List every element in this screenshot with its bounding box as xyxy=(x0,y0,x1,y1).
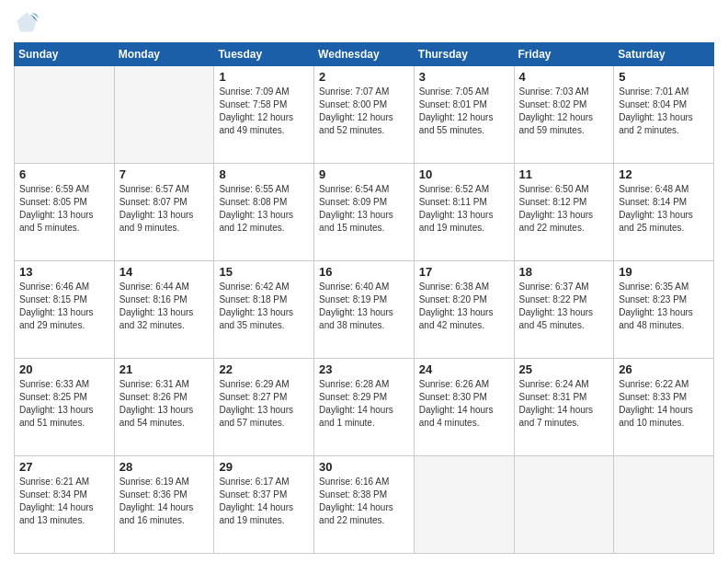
day-info: Sunrise: 7:03 AM Sunset: 8:02 PM Dayligh… xyxy=(519,86,609,137)
day-number: 25 xyxy=(519,362,609,376)
calendar-cell: 10Sunrise: 6:52 AM Sunset: 8:11 PM Dayli… xyxy=(414,164,514,261)
logo-icon xyxy=(14,9,40,35)
day-number: 9 xyxy=(319,167,409,181)
column-header-sunday: Sunday xyxy=(15,43,115,66)
day-number: 29 xyxy=(219,460,309,474)
day-number: 27 xyxy=(19,460,109,474)
day-info: Sunrise: 7:07 AM Sunset: 8:00 PM Dayligh… xyxy=(319,86,409,137)
calendar-cell xyxy=(15,66,115,164)
column-header-tuesday: Tuesday xyxy=(214,43,314,66)
day-info: Sunrise: 6:57 AM Sunset: 8:07 PM Dayligh… xyxy=(119,183,210,235)
calendar-cell: 1Sunrise: 7:09 AM Sunset: 7:58 PM Daylig… xyxy=(214,66,314,164)
calendar-cell: 27Sunrise: 6:21 AM Sunset: 8:34 PM Dayli… xyxy=(15,456,115,554)
calendar-week-5: 27Sunrise: 6:21 AM Sunset: 8:34 PM Dayli… xyxy=(15,456,714,554)
calendar-cell: 2Sunrise: 7:07 AM Sunset: 8:00 PM Daylig… xyxy=(314,66,415,164)
day-info: Sunrise: 6:26 AM Sunset: 8:30 PM Dayligh… xyxy=(419,378,509,430)
day-number: 19 xyxy=(619,265,709,279)
calendar-cell xyxy=(414,456,514,554)
day-info: Sunrise: 6:55 AM Sunset: 8:08 PM Dayligh… xyxy=(219,183,309,235)
day-number: 23 xyxy=(319,362,409,376)
day-info: Sunrise: 6:31 AM Sunset: 8:26 PM Dayligh… xyxy=(119,378,210,430)
calendar-cell: 4Sunrise: 7:03 AM Sunset: 8:02 PM Daylig… xyxy=(514,66,614,164)
calendar-cell: 29Sunrise: 6:17 AM Sunset: 8:37 PM Dayli… xyxy=(214,456,314,554)
day-info: Sunrise: 7:05 AM Sunset: 8:01 PM Dayligh… xyxy=(419,86,509,137)
column-header-friday: Friday xyxy=(514,43,614,66)
calendar-cell: 19Sunrise: 6:35 AM Sunset: 8:23 PM Dayli… xyxy=(614,261,714,359)
day-number: 11 xyxy=(519,167,609,181)
day-number: 14 xyxy=(119,265,210,279)
day-number: 16 xyxy=(319,265,409,279)
calendar-cell: 9Sunrise: 6:54 AM Sunset: 8:09 PM Daylig… xyxy=(314,164,415,261)
day-info: Sunrise: 7:09 AM Sunset: 7:58 PM Dayligh… xyxy=(219,86,309,137)
day-number: 6 xyxy=(19,167,109,181)
day-number: 24 xyxy=(419,362,509,376)
day-info: Sunrise: 6:19 AM Sunset: 8:36 PM Dayligh… xyxy=(119,476,210,527)
calendar-cell: 25Sunrise: 6:24 AM Sunset: 8:31 PM Dayli… xyxy=(514,359,614,456)
day-info: Sunrise: 6:29 AM Sunset: 8:27 PM Dayligh… xyxy=(219,378,309,430)
logo xyxy=(14,9,43,35)
column-headers: SundayMondayTuesdayWednesdayThursdayFrid… xyxy=(15,43,714,66)
day-info: Sunrise: 6:50 AM Sunset: 8:12 PM Dayligh… xyxy=(519,183,609,235)
day-number: 10 xyxy=(419,167,509,181)
day-number: 28 xyxy=(119,460,210,474)
day-number: 1 xyxy=(219,70,309,84)
calendar-week-3: 13Sunrise: 6:46 AM Sunset: 8:15 PM Dayli… xyxy=(15,261,714,359)
day-info: Sunrise: 6:48 AM Sunset: 8:14 PM Dayligh… xyxy=(619,183,709,235)
calendar-cell xyxy=(514,456,614,554)
calendar-cell: 30Sunrise: 6:16 AM Sunset: 8:38 PM Dayli… xyxy=(314,456,415,554)
day-info: Sunrise: 6:52 AM Sunset: 8:11 PM Dayligh… xyxy=(419,183,509,235)
day-number: 17 xyxy=(419,265,509,279)
day-info: Sunrise: 6:38 AM Sunset: 8:20 PM Dayligh… xyxy=(419,281,509,332)
calendar-cell: 23Sunrise: 6:28 AM Sunset: 8:29 PM Dayli… xyxy=(314,359,415,456)
day-info: Sunrise: 6:24 AM Sunset: 8:31 PM Dayligh… xyxy=(519,378,609,430)
column-header-wednesday: Wednesday xyxy=(314,43,415,66)
calendar-cell: 22Sunrise: 6:29 AM Sunset: 8:27 PM Dayli… xyxy=(214,359,314,456)
calendar-cell: 3Sunrise: 7:05 AM Sunset: 8:01 PM Daylig… xyxy=(414,66,514,164)
day-info: Sunrise: 6:16 AM Sunset: 8:38 PM Dayligh… xyxy=(319,476,409,527)
calendar-cell: 28Sunrise: 6:19 AM Sunset: 8:36 PM Dayli… xyxy=(114,456,214,554)
day-info: Sunrise: 6:33 AM Sunset: 8:25 PM Dayligh… xyxy=(19,378,109,430)
day-info: Sunrise: 6:44 AM Sunset: 8:16 PM Dayligh… xyxy=(119,281,210,332)
day-info: Sunrise: 6:37 AM Sunset: 8:22 PM Dayligh… xyxy=(519,281,609,332)
page: SundayMondayTuesdayWednesdayThursdayFrid… xyxy=(0,0,728,563)
day-number: 3 xyxy=(419,70,509,84)
day-number: 15 xyxy=(219,265,309,279)
calendar-cell: 11Sunrise: 6:50 AM Sunset: 8:12 PM Dayli… xyxy=(514,164,614,261)
day-number: 22 xyxy=(219,362,309,376)
calendar-cell: 20Sunrise: 6:33 AM Sunset: 8:25 PM Dayli… xyxy=(15,359,115,456)
svg-marker-0 xyxy=(17,13,37,32)
calendar-cell: 15Sunrise: 6:42 AM Sunset: 8:18 PM Dayli… xyxy=(214,261,314,359)
day-info: Sunrise: 6:35 AM Sunset: 8:23 PM Dayligh… xyxy=(619,281,709,332)
calendar-cell: 12Sunrise: 6:48 AM Sunset: 8:14 PM Dayli… xyxy=(614,164,714,261)
day-info: Sunrise: 6:40 AM Sunset: 8:19 PM Dayligh… xyxy=(319,281,409,332)
day-number: 18 xyxy=(519,265,609,279)
day-info: Sunrise: 6:54 AM Sunset: 8:09 PM Dayligh… xyxy=(319,183,409,235)
calendar-week-1: 1Sunrise: 7:09 AM Sunset: 7:58 PM Daylig… xyxy=(15,66,714,164)
header xyxy=(14,9,714,35)
calendar-cell: 18Sunrise: 6:37 AM Sunset: 8:22 PM Dayli… xyxy=(514,261,614,359)
calendar-cell: 16Sunrise: 6:40 AM Sunset: 8:19 PM Dayli… xyxy=(314,261,415,359)
day-info: Sunrise: 6:21 AM Sunset: 8:34 PM Dayligh… xyxy=(19,476,109,527)
calendar-cell xyxy=(614,456,714,554)
day-info: Sunrise: 6:42 AM Sunset: 8:18 PM Dayligh… xyxy=(219,281,309,332)
calendar-week-4: 20Sunrise: 6:33 AM Sunset: 8:25 PM Dayli… xyxy=(15,359,714,456)
day-info: Sunrise: 7:01 AM Sunset: 8:04 PM Dayligh… xyxy=(619,86,709,137)
calendar-cell: 13Sunrise: 6:46 AM Sunset: 8:15 PM Dayli… xyxy=(15,261,115,359)
day-number: 21 xyxy=(119,362,210,376)
day-info: Sunrise: 6:22 AM Sunset: 8:33 PM Dayligh… xyxy=(619,378,709,430)
day-number: 20 xyxy=(19,362,109,376)
day-info: Sunrise: 6:46 AM Sunset: 8:15 PM Dayligh… xyxy=(19,281,109,332)
day-number: 30 xyxy=(319,460,409,474)
calendar-cell: 5Sunrise: 7:01 AM Sunset: 8:04 PM Daylig… xyxy=(614,66,714,164)
day-number: 26 xyxy=(619,362,709,376)
day-info: Sunrise: 6:28 AM Sunset: 8:29 PM Dayligh… xyxy=(319,378,409,430)
calendar-cell: 24Sunrise: 6:26 AM Sunset: 8:30 PM Dayli… xyxy=(414,359,514,456)
calendar-cell: 8Sunrise: 6:55 AM Sunset: 8:08 PM Daylig… xyxy=(214,164,314,261)
calendar-body: 1Sunrise: 7:09 AM Sunset: 7:58 PM Daylig… xyxy=(15,66,714,554)
day-info: Sunrise: 6:17 AM Sunset: 8:37 PM Dayligh… xyxy=(219,476,309,527)
day-number: 5 xyxy=(619,70,709,84)
column-header-thursday: Thursday xyxy=(414,43,514,66)
calendar-week-2: 6Sunrise: 6:59 AM Sunset: 8:05 PM Daylig… xyxy=(15,164,714,261)
calendar-cell: 14Sunrise: 6:44 AM Sunset: 8:16 PM Dayli… xyxy=(114,261,214,359)
day-number: 8 xyxy=(219,167,309,181)
